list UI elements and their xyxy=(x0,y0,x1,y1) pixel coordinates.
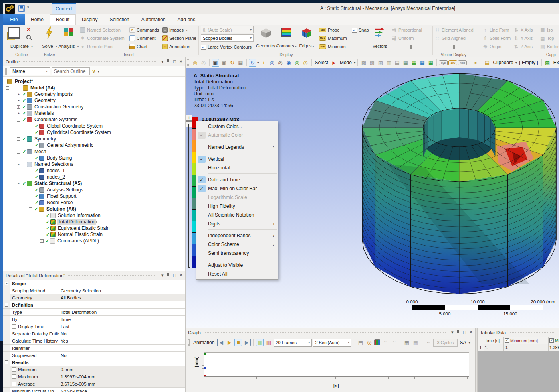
zoom-chart-icon[interactable]: ◎ xyxy=(365,339,373,346)
search-input[interactable] xyxy=(52,67,90,75)
anim-stop-icon[interactable]: ■ xyxy=(234,339,242,346)
details-value[interactable]: 1.3997e-004 mm xyxy=(59,373,185,380)
curve-const-icon[interactable]: ≈ xyxy=(390,339,398,346)
pan-mode-icon[interactable]: + xyxy=(260,59,268,67)
large-vertex-contours-checkbox[interactable]: ✓ xyxy=(201,45,206,50)
film-export-icon[interactable]: ▦ xyxy=(412,339,419,346)
large-vertex-contours-toggle[interactable]: ✓ Large Vertex Contours xyxy=(201,43,252,51)
menu-item-independent-bands[interactable]: Independent Bands› xyxy=(196,231,278,240)
scoped-bodies-select[interactable]: Scoped Bodies▾ xyxy=(201,34,254,42)
tree-expander-icon[interactable]: + xyxy=(40,239,44,243)
sel-elem-icon[interactable]: ▦ xyxy=(410,59,418,67)
minimum-button[interactable]: MINMinimum xyxy=(319,43,346,51)
annotation-button[interactable]: ● Annotation xyxy=(162,43,190,51)
outline-close-icon[interactable]: ✕ xyxy=(179,59,183,64)
menu-item-adjust-to-visible[interactable]: Adjust to Visible xyxy=(196,261,278,270)
mode-label[interactable]: Mode xyxy=(340,60,352,65)
details-value[interactable]: Time xyxy=(59,316,185,323)
menu-item-max-min-on-color-bar[interactable]: ✓Max, Min on Color Bar xyxy=(196,184,278,193)
viewport-3d[interactable]: A: Static Structural Total Deformation T… xyxy=(186,68,559,328)
zoom-fit-icon[interactable]: ◉ xyxy=(285,59,293,67)
tab-selection[interactable]: Selection xyxy=(103,14,135,25)
column-minimum[interactable]: ✓ Minimum [mm] xyxy=(504,337,549,344)
tree-item-solution-information[interactable]: ✓Solution Information xyxy=(3,212,185,219)
graph-plot-area[interactable] xyxy=(204,352,469,377)
tab-automation[interactable]: Automation xyxy=(135,14,172,25)
outline-menu-caret-icon[interactable]: ▾ xyxy=(161,59,164,64)
shaded-view-icon[interactable]: ▣ xyxy=(220,59,228,67)
delete-icon[interactable]: ✕ xyxy=(26,26,31,32)
tree-item-geometry[interactable]: +✓Geometry xyxy=(3,97,185,104)
tree-expander-icon[interactable]: + xyxy=(17,112,20,115)
tree-expander-icon[interactable]: + xyxy=(17,99,20,102)
tab-addons[interactable]: Add-ons xyxy=(171,14,201,25)
tree-item-equivalent-elastic-strain[interactable]: ✓Equivalent Elastic Strain xyxy=(3,225,185,231)
details-value[interactable]: SYS\Surface xyxy=(59,388,185,392)
tree-item-cylindrical-coordinate-system[interactable]: ✓Cylindrical Coordinate System xyxy=(3,129,185,136)
menu-item-high-fidelity[interactable]: High Fidelity xyxy=(196,202,278,211)
details-close-icon[interactable]: ✕ xyxy=(179,273,183,278)
sel-edge-icon[interactable]: ▨ xyxy=(368,59,376,67)
solve-icon[interactable] xyxy=(46,26,53,40)
sa-label[interactable]: SA xyxy=(460,340,466,345)
tree-item-total-deformation[interactable]: ✓Total Deformation xyxy=(3,219,185,225)
tree-item-materials[interactable]: +✓Materials xyxy=(3,110,185,116)
probe-abc-icon[interactable]: Abc xyxy=(458,60,467,65)
clipboard-status[interactable]: [ Empty ] xyxy=(519,60,538,65)
coord-xyz-icon[interactable]: xyz xyxy=(439,60,448,65)
probe-button[interactable]: 123Probe xyxy=(319,26,339,34)
tree-item-geometry-imports[interactable]: +✓Geometry Imports xyxy=(3,91,185,97)
chart-result-icon[interactable]: ▥ xyxy=(256,339,264,346)
tree-item-coordinate-systems[interactable]: −✓Coordinate Systems xyxy=(3,116,185,123)
details-value[interactable]: No xyxy=(59,352,185,359)
menu-item-color-scheme[interactable]: Color Scheme› xyxy=(196,240,278,249)
dropdown-caret-icon[interactable]: ▾ xyxy=(257,61,259,65)
tab-result[interactable]: Result xyxy=(50,14,76,25)
context-tab[interactable]: Context xyxy=(52,3,76,14)
edges-display-button[interactable]: Edges▾ xyxy=(297,25,317,39)
row-checkbox[interactable] xyxy=(12,324,16,329)
iso-view-icon[interactable]: ▣ xyxy=(212,59,219,67)
dropdown-caret-icon[interactable]: ▾ xyxy=(469,341,471,345)
drag-grip-icon[interactable] xyxy=(188,339,190,346)
app-logo-icon[interactable] xyxy=(5,4,15,14)
tree-expander-icon[interactable]: − xyxy=(17,150,20,154)
zoom-in-icon[interactable]: ◎ xyxy=(268,59,276,67)
tree-expander-icon[interactable]: − xyxy=(29,207,32,211)
search-icon[interactable] xyxy=(26,35,31,39)
tree-expander-icon[interactable]: − xyxy=(17,182,20,185)
dropdown-caret-icon[interactable]: ▾ xyxy=(354,61,356,65)
snap-checkbox[interactable]: ✓ xyxy=(352,28,357,33)
cursor-icon[interactable]: ► xyxy=(330,59,338,67)
expand-search-icon[interactable]: ∨ xyxy=(92,68,96,74)
menu-item-named-legends[interactable]: Named Legends› xyxy=(196,143,278,152)
tree-item-normal-elastic-strain[interactable]: ✓Normal Elastic Strain xyxy=(3,231,185,238)
extend-icon[interactable]: ▩ xyxy=(544,59,551,67)
tree-item-static-structural-a5[interactable]: −✓Static Structural (A5) xyxy=(3,180,185,187)
analysis-icon[interactable] xyxy=(64,28,73,36)
chart-button[interactable]: Chart xyxy=(129,43,147,51)
category-collapse-icon[interactable]: − xyxy=(5,282,8,285)
tree-item-model-a4[interactable]: −Model (A4) xyxy=(3,85,185,91)
details-value[interactable]: All Bodies xyxy=(59,294,185,301)
graph-pin-icon[interactable] xyxy=(456,330,460,335)
vectors-icon[interactable] xyxy=(375,27,385,37)
analysis-button[interactable]: Analysis▾ xyxy=(59,42,78,50)
tree-item-nodal-force[interactable]: ✓Nodal Force xyxy=(3,199,185,206)
viewports-icon[interactable]: ▦ xyxy=(237,59,244,67)
film-save-icon[interactable]: ▦ xyxy=(403,339,410,346)
comment-button[interactable]: Comment xyxy=(129,34,156,42)
details-value[interactable]: Yes xyxy=(59,337,185,344)
tab-home[interactable]: Home xyxy=(25,14,50,25)
drag-grip-icon[interactable] xyxy=(187,59,189,66)
sel-mesh1-icon[interactable]: ▦ xyxy=(418,59,426,67)
tree-item-analysis-settings[interactable]: ✓Analysis Settings xyxy=(3,187,185,193)
clipboard-label[interactable]: Clipboard xyxy=(493,60,513,65)
details-value[interactable]: 0. mm xyxy=(59,366,185,373)
tree-item-commands-apdl[interactable]: +✓Commands (APDL) xyxy=(3,238,185,244)
legend-colors-icon[interactable] xyxy=(374,339,380,345)
tree-expander-icon[interactable]: + xyxy=(17,105,20,109)
name-filter-select[interactable]: Name▾ xyxy=(10,67,50,75)
anim-play-icon[interactable]: ▶ xyxy=(226,339,233,346)
graph-maximize-icon[interactable]: ◻ xyxy=(463,330,466,335)
